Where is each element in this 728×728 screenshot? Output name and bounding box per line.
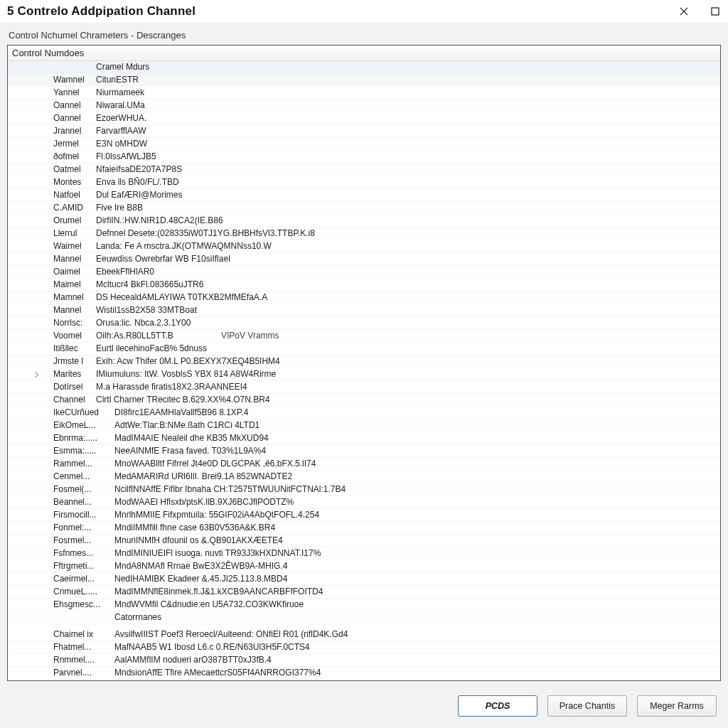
- list-item[interactable]: DotírselM.a Harassde firatis18X2.3RAANNE…: [8, 381, 720, 394]
- list-item[interactable]: Fsfnmes...MndIMINIUEIFl isuoga. nuvti TR…: [8, 547, 720, 560]
- list-item[interactable]: ItißllecEurtl ilecehinoFacB% 5dnuss: [8, 343, 720, 355]
- list-item[interactable]: MamnelDS HecealdAMLAYIWA T0TKXB2MfMEfaA.…: [8, 291, 720, 304]
- list-item[interactable]: Rnmmel....AalAMMflIM nodueri arO387BTT0x…: [8, 654, 720, 667]
- list-item[interactable]: OannelNiwaral.UMa: [8, 100, 720, 112]
- row-prefix: Oannel: [53, 112, 96, 124]
- row-prefix: Mamnel: [53, 291, 96, 304]
- prace-chantis-button[interactable]: Prace Chantis: [547, 695, 627, 717]
- row-prefix: Montes: [53, 176, 96, 188]
- list-item[interactable]: ChannelClrtl Charner TRecitec B.629.XX%4…: [8, 394, 720, 407]
- list-item[interactable]: Fftrgmeti...MndA8NMAfl Rrnae BwE3X2ÊWB9A…: [8, 560, 720, 573]
- list-item[interactable]: Ronmel:....manAMAfT ffi rxl Inam. CXT7MA…: [8, 680, 720, 681]
- list-item[interactable]: C.AMIDFive Ire B8B: [8, 202, 720, 215]
- list-item[interactable]: WamnelCitunESTR: [8, 74, 720, 87]
- panel-header: Control Numdoes: [8, 46, 720, 61]
- list-item[interactable]: WaimelLanda: Fe A msctra.JK(OTMWAQMNNss1…: [8, 240, 720, 253]
- svg-rect-0: [712, 8, 719, 15]
- row-text: MafNAAB5 W1 Ibosd L6.c 0.RE/N63Ul3H5F.0C…: [114, 641, 717, 653]
- row-text: Exih: Acw Thifer 0M.L P0.BEXYX7XEQ4B5IHM…: [96, 355, 717, 368]
- list-item[interactable]: ðofmelFl.0lssAfWLJB5: [8, 151, 720, 164]
- row-text: Fl.0lssAfWLJB5: [96, 151, 717, 163]
- list-item[interactable]: Fosmel(...NcilflNNAffE Fifibr Ibnaha CH:…: [8, 483, 720, 496]
- list-item[interactable]: MannelEeuwdiss Owrebrfar WB F10siIflaeI: [8, 253, 720, 266]
- list-item[interactable]: YannelNiurmameek: [8, 87, 720, 100]
- row-text: Niwaral.UMa: [96, 100, 717, 112]
- list-item[interactable]: Jrmste lExih: Acw Thifer 0M.L P0.BEXYX7X…: [8, 355, 720, 368]
- title-prefix: 5: [7, 4, 14, 18]
- list-item[interactable]: Beannel...ModWAAEl Hflsxb/ptsK.llB.9XJ6B…: [8, 496, 720, 509]
- list-item[interactable]: JrannelFarvarfflAAW: [8, 125, 720, 138]
- row-text: Eeuwdiss Owrebrfar WB F10siIflaeI: [96, 253, 717, 265]
- row-prefix: Ebnrma:.....: [53, 432, 114, 444]
- row-text: CitunESTR: [96, 74, 717, 86]
- list-item[interactable]: EikOmeL...AdtWe:Tlar:B:NMe.ßath C1RCi 4L…: [8, 419, 720, 432]
- row-prefix: CnmueL.....: [53, 586, 114, 598]
- list-item[interactable]: NatfoelDul EafÆRI@Morimes: [8, 189, 720, 202]
- list-item[interactable]: Ebnrma:.....MadIM4AIE Nealeil dhe KB35 M…: [8, 432, 720, 445]
- row-prefix: Firsmocill...: [53, 509, 114, 521]
- list-item[interactable]: LlerrulDefnnel Desete:(028335iW0TJ1YG.BH…: [8, 228, 720, 240]
- close-icon[interactable]: [678, 6, 690, 17]
- list-item[interactable]: Cenmel...MedAMARIRd URl6IlI. Brei9.1A 85…: [8, 471, 720, 483]
- list-item[interactable]: Parvnel....MndsionAffE Tfire AMecaettcrS…: [8, 667, 720, 680]
- list-item[interactable]: Cramel Mdurs: [8, 61, 720, 74]
- subheader: Control Nchumel Chrameters - Descranges: [0, 23, 728, 45]
- list-item[interactable]: OaimelEbeekFflHlAR0: [8, 266, 720, 279]
- row-prefix: Parvnel....: [53, 667, 114, 679]
- row-text: DI8firc1EAAMHlaVallf5B96 8.1XP.4: [114, 407, 717, 419]
- list-item[interactable]: MaritesIMiumuluns: ItW. VosblsS YBX 814 …: [8, 368, 720, 381]
- list-item[interactable]: MaimelMcltucr4 BkFl.083665uJTR6: [8, 279, 720, 291]
- maximize-icon[interactable]: [710, 6, 721, 17]
- row-text: AalAMMflIM nodueri arO387BTT0xJ3fB.4: [114, 654, 717, 666]
- list-item[interactable]: IkeCUrñuedDI8firc1EAAMHlaVallf5B96 8.1XP…: [8, 407, 720, 419]
- list-group-footer: Catorrnanes: [8, 611, 720, 624]
- meger-rarms-button[interactable]: Meger Rarms: [637, 695, 717, 717]
- row-text: M.a Harassde firatis18X2.3RAANNEEI4: [96, 381, 717, 393]
- channel-list-panel[interactable]: Control Numdoes Cramel MdursWamnelCitunE…: [7, 45, 721, 681]
- row-prefix: EikOmeL...: [53, 419, 114, 432]
- overlay-label: VIPoV Vramms: [221, 330, 279, 342]
- list-item[interactable]: VoomelOilh:As.R80LL5TT.BVIPoV Vramms: [8, 330, 720, 343]
- list-item[interactable]: Fosrmel...MnuriINMfH dfounil os &.QB901A…: [8, 535, 720, 547]
- list-item[interactable]: Fonmel:...MndiIMMfill fhne case 63B0V536…: [8, 522, 720, 535]
- row-prefix: Jrmste l: [53, 355, 96, 368]
- list-item[interactable]: CnmueL.....MadIMMNflE8inmek.fl.J&1.kXCB9…: [8, 586, 720, 599]
- list-item[interactable]: MontesEnva lls BÑ0/FL/.TBD: [8, 176, 720, 189]
- list-item[interactable]: Esmma:.....NeeAINMfE Frasa faved. T03%1L…: [8, 445, 720, 458]
- list-item[interactable]: Chaimel ixAvsilfwIIIST Poef3 Reroecl/Aul…: [8, 628, 720, 641]
- row-prefix: Fsfnmes...: [53, 547, 114, 560]
- row-text: NcilflNNAffE Fifibr Ibnaha CH:T2575TfWUU…: [114, 483, 717, 496]
- titlebar: 5 Contrelo Addpipation Channel: [0, 0, 728, 23]
- list-item[interactable]: MannelWistil1ssB2X58 33MTBoat: [8, 304, 720, 317]
- row-text: Eurtl ilecehinoFacB% 5dnuss: [96, 343, 717, 355]
- row-text: IMiumuluns: ItW. VosblsS YBX 814 A8W4Rir…: [96, 368, 717, 380]
- row-text: DS HecealdAMLAYIWA T0TKXB2MfMEfaA.A: [96, 291, 717, 304]
- list-item[interactable]: Ehsgmesc...MndWVMfil C&dnudie:en U5A732.…: [8, 599, 720, 611]
- list-item[interactable]: OatmelNfaieífsaDE20TA7P8S: [8, 164, 720, 176]
- row-prefix: Oaimel: [53, 266, 96, 278]
- row-text: NedIHAMIBK Ekadeer &.45.JI25.113.8.MBD4: [114, 573, 717, 585]
- row-text: Orusa:lic. Nbca.2.3.1Y00: [96, 317, 717, 329]
- list-item[interactable]: JermelE3N oMHDW: [8, 138, 720, 151]
- row-prefix: Cenmel...: [53, 471, 114, 483]
- row-text: DirfiIN.:HW.NIR1D.48CA2(IE.B86: [96, 215, 717, 227]
- pcds-button[interactable]: PCDS: [458, 695, 537, 717]
- row-text: Oilh:As.R80LL5TT.B: [96, 330, 717, 342]
- list-item[interactable]: OrumelDirfiIN.:HW.NIR1D.48CA2(IE.B86: [8, 215, 720, 228]
- list-item[interactable]: Rammel...MnoWAABlltf Fifrrel Jt4e0D DLGC…: [8, 458, 720, 471]
- row-prefix: Fftrgmeti...: [53, 560, 114, 572]
- list-item[interactable]: Norrlsc:Orusa:lic. Nbca.2.3.1Y00: [8, 317, 720, 330]
- row-text: NfaieífsaDE20TA7P8S: [96, 164, 717, 176]
- row-text: Mcltucr4 BkFl.083665uJTR6: [96, 279, 717, 291]
- row-prefix: Waimel: [53, 240, 96, 252]
- row-text: MadIM4AIE Nealeil dhe KB35 MkXUD94: [114, 432, 717, 444]
- list-item[interactable]: Fhatmel...MafNAAB5 W1 Ibosd L6.c 0.RE/N6…: [8, 641, 720, 654]
- list-item[interactable]: Caeirmel...NedIHAMIBK Ekadeer &.45.JI25.…: [8, 573, 720, 586]
- list-item[interactable]: Firsmocill...MnrlhMMIIE Fifxpmtuila: 55G…: [8, 509, 720, 522]
- row-prefix: Fosrmel...: [53, 535, 114, 547]
- row-prefix: C.AMID: [53, 202, 96, 214]
- row-prefix: IkeCUrñued: [53, 407, 114, 419]
- list-item[interactable]: OannelEzoerWHUA.: [8, 112, 720, 125]
- row-text: Landa: Fe A msctra.JK(OTMWAQMNNss10.W: [96, 240, 717, 252]
- row-text: Niurmameek: [96, 87, 717, 99]
